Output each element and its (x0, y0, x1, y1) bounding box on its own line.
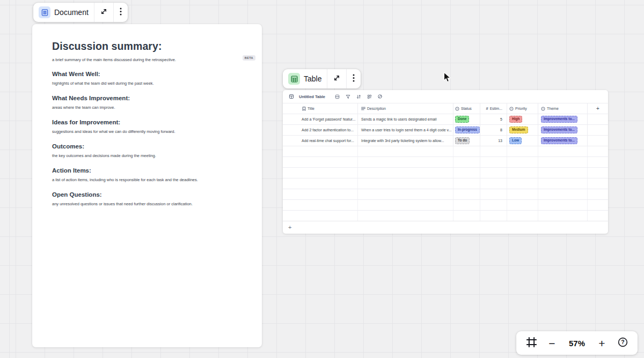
cell-empty[interactable] (538, 189, 588, 199)
column-header-title[interactable]: Title (283, 103, 358, 114)
cell-empty[interactable] (453, 200, 480, 210)
add-column-button[interactable]: + (588, 103, 608, 114)
cell-empty[interactable] (283, 157, 358, 167)
cell-empty[interactable] (453, 178, 480, 189)
cell-empty[interactable] (358, 211, 453, 221)
row-height-icon[interactable] (334, 93, 340, 100)
cell-empty[interactable] (588, 157, 608, 167)
cell-priority[interactable]: High (507, 114, 538, 124)
column-header-theme[interactable]: Theme (538, 103, 588, 114)
cell-empty[interactable] (358, 168, 453, 178)
cell-empty[interactable] (480, 178, 507, 189)
document-type-button[interactable]: Document (33, 3, 94, 22)
table-menu-button[interactable] (346, 69, 361, 88)
column-header-priority[interactable]: Priority (507, 103, 538, 114)
cell-title[interactable]: Add 2 factor authentication to... (283, 125, 358, 135)
table-name[interactable]: Untitled Table (299, 94, 325, 99)
zoom-in-button[interactable]: + (595, 335, 610, 350)
cell-empty[interactable] (480, 189, 507, 199)
cell-empty[interactable] (358, 157, 453, 167)
column-header-description[interactable]: Description (358, 103, 453, 114)
cell-empty[interactable] (588, 211, 608, 221)
cell-empty[interactable] (538, 200, 588, 210)
cell-empty[interactable] (358, 146, 453, 156)
cell-empty[interactable] (283, 189, 358, 199)
cell-estimate[interactable]: 5 (480, 114, 507, 124)
cell-empty[interactable] (538, 178, 588, 189)
cell-estimate[interactable]: 13 (480, 136, 507, 146)
cell-empty[interactable] (453, 146, 480, 156)
cell-empty[interactable] (588, 178, 608, 189)
cell-empty[interactable] (453, 211, 480, 221)
table-expand-button[interactable] (327, 69, 346, 88)
cell-empty[interactable] (588, 168, 608, 178)
table-widget[interactable]: Untitled Table (283, 90, 608, 234)
cell-empty[interactable] (480, 200, 507, 210)
cell-theme[interactable]: Improvements to... (538, 125, 588, 135)
table-type-button[interactable]: Table (283, 69, 327, 88)
cell-empty[interactable] (358, 200, 453, 210)
cell-priority[interactable]: Low (507, 136, 538, 146)
cell-empty[interactable] (480, 146, 507, 156)
cell-empty[interactable] (588, 189, 608, 199)
cell-description[interactable]: Integrate with 3rd party ticketing syste… (358, 136, 453, 146)
cell-empty[interactable] (283, 146, 358, 156)
cell-empty[interactable] (507, 200, 538, 210)
cell-empty[interactable] (480, 157, 507, 167)
cell-empty[interactable] (283, 178, 358, 189)
cell-empty[interactable] (588, 136, 608, 146)
cell-empty[interactable] (507, 146, 538, 156)
fit-to-frame-button[interactable] (524, 335, 539, 350)
cell-empty[interactable] (538, 146, 588, 156)
cell-empty[interactable] (507, 157, 538, 167)
cell-empty[interactable] (453, 157, 480, 167)
cell-empty[interactable] (480, 168, 507, 178)
cell-empty[interactable] (480, 211, 507, 221)
cell-empty[interactable] (588, 114, 608, 124)
cell-empty[interactable] (588, 125, 608, 135)
cell-empty[interactable] (453, 189, 480, 199)
cell-priority[interactable]: Medium (507, 125, 538, 135)
cell-theme[interactable]: Improvements to... (538, 114, 588, 124)
cell-empty[interactable] (507, 211, 538, 221)
cell-empty[interactable] (283, 168, 358, 178)
sort-icon[interactable] (355, 93, 362, 100)
document-menu-button[interactable] (113, 3, 128, 22)
cell-empty[interactable] (507, 178, 538, 189)
cell-empty[interactable] (507, 168, 538, 178)
cell-empty[interactable] (283, 200, 358, 210)
column-header-estim[interactable]: #Estim... (480, 103, 507, 114)
cell-empty[interactable] (358, 178, 453, 189)
cell-empty[interactable] (538, 211, 588, 221)
cell-title[interactable]: Add real-time chat support for... (283, 136, 358, 146)
cell-theme[interactable]: Improvements to... (538, 136, 588, 146)
help-button[interactable]: ? (615, 335, 630, 350)
document-widget[interactable]: BETA Discussion summary: a brief summary… (32, 24, 262, 347)
cell-estimate[interactable]: 8 (480, 125, 507, 135)
cell-status[interactable]: In-progress (453, 125, 480, 135)
document-expand-button[interactable] (94, 3, 113, 22)
zoom-out-button[interactable]: − (545, 335, 560, 350)
zoom-level[interactable]: 57% (565, 339, 589, 348)
number-icon: # (486, 106, 488, 111)
group-icon[interactable] (366, 93, 372, 100)
cell-empty[interactable] (358, 189, 453, 199)
select-icon (509, 107, 514, 111)
cell-empty[interactable] (538, 157, 588, 167)
cell-empty[interactable] (538, 168, 588, 178)
cell-empty[interactable] (453, 168, 480, 178)
cell-status[interactable]: Done (453, 114, 480, 124)
cell-empty[interactable] (507, 189, 538, 199)
table-body: Add a 'Forget password' featur...Sends a… (283, 114, 608, 221)
add-row-button[interactable]: + (283, 221, 608, 233)
cell-empty[interactable] (588, 200, 608, 210)
hide-fields-icon[interactable] (377, 93, 383, 100)
cell-status[interactable]: To do (453, 136, 480, 146)
filter-icon[interactable] (345, 93, 351, 100)
cell-description[interactable]: Sends a magic link to users designated e… (358, 114, 453, 124)
column-header-status[interactable]: Status (453, 103, 480, 114)
cell-title[interactable]: Add a 'Forget password' featur... (283, 114, 358, 124)
cell-empty[interactable] (588, 146, 608, 156)
cell-description[interactable]: When a user tries to login send them a 4… (358, 125, 453, 135)
cell-empty[interactable] (283, 211, 358, 221)
